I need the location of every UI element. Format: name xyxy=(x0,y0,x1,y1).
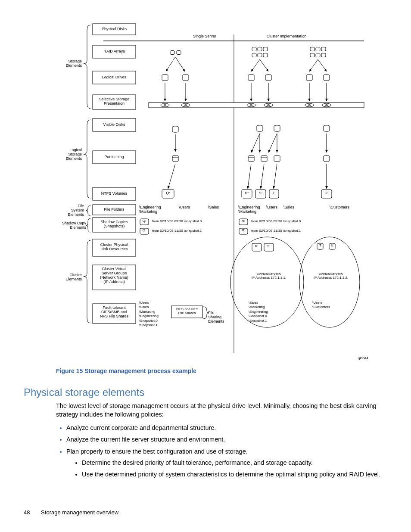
shares-cluster-b: \Users \Customers xyxy=(312,301,347,310)
page-footer: 48 Storage management overview xyxy=(24,509,118,516)
row-visible: Visible Disks xyxy=(93,123,136,127)
snap-s0-single: from 02/10/03 09:30 \snapshot.0 xyxy=(152,220,230,224)
row-partitioning: Partitioning xyxy=(93,155,136,159)
vserver-a: \\VirtualServerA IP Addresss 172.1.1.1. xyxy=(245,272,293,280)
svg-line-20 xyxy=(175,57,185,72)
svg-rect-23 xyxy=(149,103,364,108)
cluster-t: T: xyxy=(317,244,324,248)
svg-line-33 xyxy=(309,59,318,72)
figure-id: gl0044 xyxy=(347,357,368,361)
vserver-b: \\VirtualServerA IP Addresss 172.1.1.2. xyxy=(307,272,355,280)
snap-q1: Q: xyxy=(140,229,149,233)
row-raid: RAID Arrays xyxy=(93,50,136,54)
cat-logical-storage: Logical Storage Elements xyxy=(52,148,82,161)
row-shares: Fault-tolerant CIFS/SMB and NFS File Sha… xyxy=(93,306,136,319)
sub-bullet-item: Determine the desired priority of fault … xyxy=(82,458,387,467)
section-heading: Physical storage elements xyxy=(24,386,387,398)
bullet-list: Analyze current corporate and department… xyxy=(56,423,387,479)
bullet-item: Analyze current corporate and department… xyxy=(66,423,387,433)
cluster-r: R: xyxy=(252,245,262,249)
row-shadow: Shadow Copies (Snapshots) xyxy=(93,220,136,229)
column-header-single: Single Server xyxy=(179,34,230,39)
cifs-nfs-box: CIFS and NFS File Shares xyxy=(171,308,202,315)
folders-single-users: \Users xyxy=(179,205,200,210)
page-number: 48 xyxy=(24,509,30,516)
bullet-item: Plan properly to ensure the best configu… xyxy=(66,447,387,479)
svg-line-48 xyxy=(274,164,277,189)
cat-file-sharing: File Sharing Elements xyxy=(208,311,234,324)
folders-cluster-sales: \Sales xyxy=(283,205,301,210)
sub-bullet-list: Determine the desired priority of fault … xyxy=(66,458,387,479)
vol-q: Q: xyxy=(162,191,174,196)
folders-cluster-cust: \Customers xyxy=(330,205,360,210)
snap-q0: Q: xyxy=(140,219,149,223)
cat-storage-elements: Storage Elements xyxy=(52,59,82,68)
svg-line-34 xyxy=(318,59,327,72)
column-header-cluster: Cluster Implementation xyxy=(252,34,321,39)
cat-cluster: Cluster Elements xyxy=(52,273,82,282)
folders-single-eng: \Engineering \Marketing xyxy=(139,205,174,214)
row-cluster-phys: Cluster Physical Disk Resources xyxy=(93,243,136,252)
svg-line-41 xyxy=(268,134,277,152)
body-paragraph: The lowest level of storage management o… xyxy=(56,402,387,419)
snap-r0: R: xyxy=(239,219,248,223)
snap-r1: R: xyxy=(239,229,248,233)
vol-s: S: xyxy=(255,191,266,196)
snap-s0-cluster: from 02/10/03 09:30 \snapshot.0 xyxy=(251,220,329,224)
svg-point-57 xyxy=(299,237,360,327)
snap-s1-cluster: from 02/10/03 11:30 \snapshot.1 xyxy=(251,229,329,233)
svg-line-46 xyxy=(248,164,251,189)
footer-title: Storage management overview xyxy=(41,509,118,516)
cat-shadow-copy: Shadow Copy Elements xyxy=(47,221,86,230)
storage-management-diagram: Single Server Cluster Implementation Sto… xyxy=(28,22,386,364)
vol-r: R: xyxy=(242,191,252,196)
cat-file-system: File System Elements xyxy=(52,204,84,217)
svg-line-47 xyxy=(261,164,264,189)
vol-u: U: xyxy=(321,191,332,196)
folders-single-sales: \Sales xyxy=(208,205,230,210)
row-logical: Logical Drives xyxy=(93,75,136,80)
folders-cluster-users: \Users xyxy=(266,205,283,210)
svg-line-39 xyxy=(251,134,260,152)
shares-single: \Users \Sales \Marketing \Engineering \S… xyxy=(139,301,174,327)
bullet-text: Plan properly to ensure the best configu… xyxy=(66,448,248,455)
snap-s1-single: from 02/10/03 11:30 \snapshot.1 xyxy=(152,229,230,233)
svg-line-19 xyxy=(166,57,175,72)
bullet-item: Analyze the current file server structur… xyxy=(66,435,387,445)
cluster-u: U: xyxy=(329,244,336,248)
svg-line-32 xyxy=(260,59,268,72)
row-ssp: Selective Storage Presentaion xyxy=(93,97,136,106)
row-cluster-virt: Cluster Virtual Server Groups (Network N… xyxy=(93,267,136,284)
sub-bullet-item: Use the determined priority of system ch… xyxy=(82,470,387,479)
vol-t: T: xyxy=(269,191,279,196)
cluster-s: S: xyxy=(264,245,274,249)
row-ntfs: NTFS Volumes xyxy=(93,192,136,196)
shares-cluster-a: \Sales \Marketing \Engineering \Snapshot… xyxy=(249,301,287,323)
svg-line-26 xyxy=(168,164,175,189)
row-physical-disks: Physical Disks xyxy=(93,27,136,31)
svg-line-31 xyxy=(251,59,260,72)
figure-caption: Figure 15 Storage management process exa… xyxy=(56,367,387,374)
row-folders: File Folders xyxy=(93,208,136,212)
